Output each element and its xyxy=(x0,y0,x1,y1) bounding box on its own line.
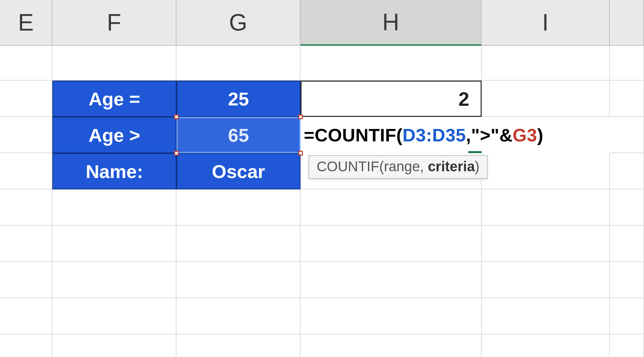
cell-e5[interactable] xyxy=(0,189,52,226)
cell-over-8 xyxy=(610,298,644,334)
cell-f1[interactable] xyxy=(52,46,176,81)
cell-h9[interactable] xyxy=(301,334,482,357)
result-value: 2 xyxy=(459,88,469,110)
cell-f9[interactable] xyxy=(52,334,176,357)
cell-h5[interactable] xyxy=(301,189,482,226)
cell-e8[interactable] xyxy=(0,298,52,334)
formula-tooltip[interactable]: COUNTIF(range, criteria) xyxy=(309,155,488,179)
column-header-overflow xyxy=(610,0,644,46)
cell-f4-label-name[interactable]: Name: xyxy=(52,153,176,189)
column-header-label: G xyxy=(229,9,247,36)
column-header-label: F xyxy=(107,9,121,36)
cell-f6[interactable] xyxy=(52,226,176,262)
value-text: 25 xyxy=(228,88,249,110)
cell-over-3 xyxy=(610,117,644,153)
value-text: 65 xyxy=(228,124,249,146)
cell-h8[interactable] xyxy=(301,298,482,334)
range-handle-tl[interactable] xyxy=(174,115,179,119)
column-header-f[interactable]: F xyxy=(52,0,176,46)
cell-e2[interactable] xyxy=(0,81,52,117)
cell-i4[interactable] xyxy=(482,153,610,189)
cell-i9[interactable] xyxy=(482,334,610,357)
range-handle-tr[interactable] xyxy=(298,115,303,119)
column-header-e[interactable]: E xyxy=(0,0,52,46)
cell-i5[interactable] xyxy=(482,189,610,226)
cell-i2[interactable] xyxy=(482,81,610,117)
formula-sep: , xyxy=(466,125,471,145)
cell-h6[interactable] xyxy=(301,226,482,262)
spreadsheet-viewport[interactable]: E F G H I Age = 25 2 Age > 65 =COUNTIF(D… xyxy=(0,0,644,357)
cell-g3-value-age-gt[interactable]: 65 xyxy=(176,117,301,153)
cell-f2-label-age-eq[interactable]: Age = xyxy=(52,81,176,117)
column-header-label: I xyxy=(542,9,548,36)
cell-f7[interactable] xyxy=(52,262,176,298)
cell-h7[interactable] xyxy=(301,262,482,298)
label-text: Name: xyxy=(86,161,143,182)
label-text: Age = xyxy=(89,88,140,110)
cell-g4-value-name[interactable]: Oscar xyxy=(176,153,301,189)
formula-literal: ">"& xyxy=(471,125,513,145)
cell-i8[interactable] xyxy=(482,298,610,334)
formula-cellref: G3 xyxy=(513,125,537,145)
cell-g2-value-age-eq[interactable]: 25 xyxy=(176,81,301,117)
formula-open: ( xyxy=(396,125,402,145)
cell-e9[interactable] xyxy=(0,334,52,357)
cell-g7[interactable] xyxy=(176,262,301,298)
cell-over-1 xyxy=(610,46,644,81)
column-header-label: H xyxy=(382,9,399,36)
cell-over-6 xyxy=(610,226,644,262)
tooltip-arg-range[interactable]: range xyxy=(384,159,420,174)
cell-g8[interactable] xyxy=(176,298,301,334)
formula-function: COUNTIF xyxy=(315,125,396,145)
range-handle-bl[interactable] xyxy=(174,151,179,155)
column-header-g[interactable]: G xyxy=(176,0,301,46)
cell-over-5 xyxy=(610,189,644,226)
cell-f5[interactable] xyxy=(52,189,176,226)
cell-g9[interactable] xyxy=(176,334,301,357)
cell-h1[interactable] xyxy=(301,46,482,81)
cell-e4[interactable] xyxy=(0,153,52,189)
cell-i1[interactable] xyxy=(482,46,610,81)
cell-i6[interactable] xyxy=(482,226,610,262)
formula-prefix: = xyxy=(304,125,315,145)
formula-range: D3:D35 xyxy=(402,125,466,145)
cell-e3[interactable] xyxy=(0,117,52,153)
cell-e7[interactable] xyxy=(0,262,52,298)
cell-over-9 xyxy=(610,334,644,357)
tooltip-function: COUNTIF xyxy=(317,159,379,174)
cell-over-4 xyxy=(610,153,644,189)
tooltip-arg-criteria[interactable]: criteria xyxy=(428,159,475,174)
cell-over-7 xyxy=(610,262,644,298)
value-text: Oscar xyxy=(212,161,265,182)
cell-h2-result[interactable]: 2 xyxy=(301,81,482,117)
cell-i7[interactable] xyxy=(482,262,610,298)
range-handle-br[interactable] xyxy=(298,151,303,155)
column-header-h[interactable]: H xyxy=(301,0,482,46)
cell-g5[interactable] xyxy=(176,189,301,226)
column-header-label: E xyxy=(18,9,34,36)
cell-g1[interactable] xyxy=(176,46,301,81)
column-header-i[interactable]: I xyxy=(482,0,610,46)
cell-over-2 xyxy=(610,81,644,117)
cell-h3-formula-editor[interactable]: =COUNTIF(D3:D35,">"&G3) xyxy=(301,117,610,153)
cell-e6[interactable] xyxy=(0,226,52,262)
cell-f8[interactable] xyxy=(52,298,176,334)
cell-f3-label-age-gt[interactable]: Age > xyxy=(52,117,176,153)
cell-e1[interactable] xyxy=(0,46,52,81)
cell-g6[interactable] xyxy=(176,226,301,262)
label-text: Age > xyxy=(89,124,140,146)
formula-close: ) xyxy=(537,125,543,145)
